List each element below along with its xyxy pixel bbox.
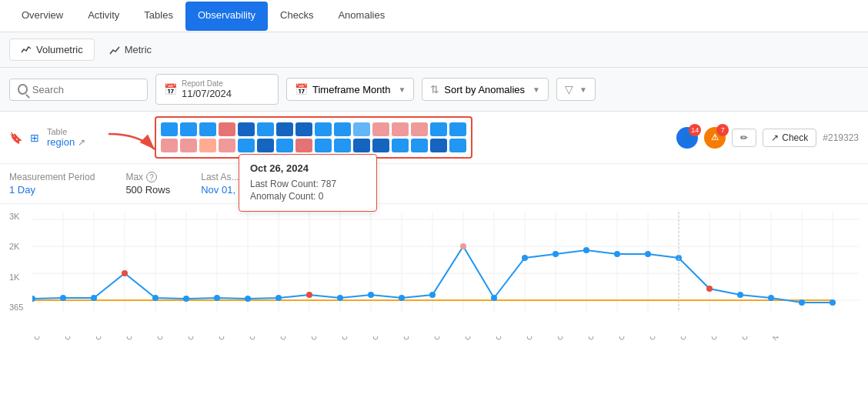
- data-point-high[interactable]: [460, 243, 466, 249]
- search-input[interactable]: [32, 84, 139, 95]
- data-point[interactable]: [614, 251, 620, 257]
- edit-button[interactable]: ✏: [732, 129, 756, 147]
- heatmap-cell[interactable]: [353, 139, 370, 152]
- data-point[interactable]: [337, 295, 343, 301]
- heatmap-cell[interactable]: [392, 139, 409, 152]
- data-point-anomaly[interactable]: [122, 270, 128, 276]
- heatmap-cell[interactable]: [430, 122, 447, 136]
- heatmap-cell[interactable]: [199, 139, 216, 152]
- data-point[interactable]: [152, 295, 159, 301]
- filter-button[interactable]: ▽ ▼: [556, 78, 596, 101]
- tab-checks[interactable]: Checks: [268, 2, 326, 31]
- data-point[interactable]: [214, 295, 220, 301]
- heatmap-cell[interactable]: [315, 139, 332, 152]
- check-button[interactable]: ↗ Check: [763, 129, 816, 147]
- metric-max: Max ? 500 Rows: [125, 172, 170, 196]
- subtab-metric-label: Metric: [125, 44, 152, 55]
- data-point[interactable]: [60, 295, 66, 301]
- heatmap-cell[interactable]: [449, 139, 466, 152]
- data-point[interactable]: [737, 292, 743, 298]
- timeframe-filter[interactable]: 📅 Timeframe Month ▼: [286, 78, 414, 101]
- data-point[interactable]: [275, 295, 282, 301]
- heatmap-cell[interactable]: [430, 139, 447, 152]
- x-label: Oct 13, 2024: [186, 336, 213, 342]
- top-navigation: Overview Activity Tables Observability C…: [0, 0, 868, 32]
- data-point[interactable]: [399, 295, 405, 301]
- x-label: Oct 19, 2024: [371, 336, 398, 342]
- external-link-icon[interactable]: ↗: [78, 137, 85, 148]
- heatmap-cell[interactable]: [315, 122, 332, 136]
- data-point[interactable]: [768, 295, 774, 301]
- data-point[interactable]: [553, 251, 559, 257]
- tab-activity[interactable]: Activity: [75, 2, 132, 31]
- sort-filter[interactable]: ⇅ Sort by Anomalies ▼: [422, 78, 549, 101]
- heatmap-cell[interactable]: [353, 122, 370, 136]
- heatmap-cell[interactable]: [411, 139, 428, 152]
- heatmap-cell[interactable]: [161, 122, 178, 136]
- metric-period: Measurement Period 1 Day: [9, 172, 95, 196]
- heatmap-cell[interactable]: [411, 122, 428, 136]
- sub-navigation: Volumetric Metric: [0, 32, 868, 68]
- heatmap-cell[interactable]: [238, 122, 255, 136]
- data-point[interactable]: [522, 255, 528, 261]
- data-point[interactable]: [91, 295, 97, 301]
- heatmap-cell[interactable]: [219, 122, 235, 136]
- data-point-anomaly[interactable]: [706, 286, 713, 292]
- calendar-icon: 📅: [164, 83, 177, 95]
- report-date-filter[interactable]: 📅 Report Date 11/07/2024: [155, 74, 279, 105]
- data-point[interactable]: [183, 296, 189, 302]
- x-label: Oct 14, 2024: [217, 336, 244, 342]
- metrics-row: Measurement Period 1 Day Max ? 500 Rows …: [0, 164, 868, 204]
- heatmap-cell[interactable]: [372, 139, 389, 152]
- data-point[interactable]: [491, 295, 497, 301]
- subtab-volumetric[interactable]: Volumetric: [9, 38, 95, 61]
- heatmap-cell[interactable]: [161, 139, 178, 152]
- search-box[interactable]: [9, 79, 148, 101]
- tab-anomalies[interactable]: Anomalies: [326, 2, 397, 31]
- heatmap-cell[interactable]: [392, 122, 409, 136]
- heatmap-cell[interactable]: [219, 139, 235, 152]
- data-point[interactable]: [583, 247, 589, 253]
- heatmap-cell[interactable]: [295, 122, 312, 136]
- data-point[interactable]: [830, 299, 836, 306]
- tab-observability[interactable]: Observability: [185, 2, 268, 31]
- heatmap-row-2: [161, 139, 466, 152]
- heatmap-cell[interactable]: [257, 122, 274, 136]
- last-assessed-value: Nov 01,: [201, 184, 239, 196]
- bookmark-icon[interactable]: 🔖: [9, 132, 22, 144]
- report-date-value: 11/07/2024: [182, 88, 232, 99]
- heatmap-cell[interactable]: [180, 122, 197, 136]
- data-point-anomaly[interactable]: [306, 292, 312, 298]
- grid-icon[interactable]: ⊞: [30, 132, 39, 144]
- x-label: Nov: [771, 336, 798, 342]
- heatmap-cell[interactable]: [257, 139, 274, 152]
- subtab-metric[interactable]: Metric: [98, 38, 163, 61]
- data-point[interactable]: [429, 292, 436, 298]
- heatmap-cell[interactable]: [199, 122, 216, 136]
- data-point[interactable]: [245, 296, 251, 302]
- data-point[interactable]: [368, 292, 374, 298]
- heatmap-cell[interactable]: [372, 122, 389, 136]
- heatmap-cell[interactable]: [334, 139, 351, 152]
- table-name[interactable]: region: [47, 136, 75, 148]
- heatmap-cell[interactable]: [180, 139, 197, 152]
- heatmap-cell[interactable]: [334, 122, 351, 136]
- heatmap-cell[interactable]: [449, 122, 466, 136]
- x-label: Oct 17, 2024: [309, 336, 336, 342]
- tab-tables[interactable]: Tables: [132, 2, 185, 31]
- metric-last-assessed: Last As... Nov 01,: [201, 172, 239, 196]
- data-point[interactable]: [799, 299, 805, 306]
- orange-badge-count: 7: [716, 124, 729, 136]
- heatmap-cell[interactable]: [238, 139, 255, 152]
- data-point[interactable]: [645, 251, 651, 257]
- heatmap-cell[interactable]: [276, 139, 293, 152]
- max-help-icon[interactable]: ?: [146, 172, 157, 182]
- row-actions: 👤 14 ⚠ 7 ✏ ↗ Check #219323: [676, 127, 859, 149]
- toolbar: 📅 Report Date 11/07/2024 📅 Timeframe Mon…: [0, 68, 868, 112]
- line-chart: [32, 212, 859, 331]
- heatmap-cell[interactable]: [295, 139, 312, 152]
- heatmap-cell[interactable]: [276, 122, 293, 136]
- tab-overview[interactable]: Overview: [9, 2, 75, 31]
- tooltip-popup: Oct 26, 2024 Last Row Count: 787 Anomaly…: [239, 154, 377, 212]
- period-value: 1 Day: [9, 184, 95, 196]
